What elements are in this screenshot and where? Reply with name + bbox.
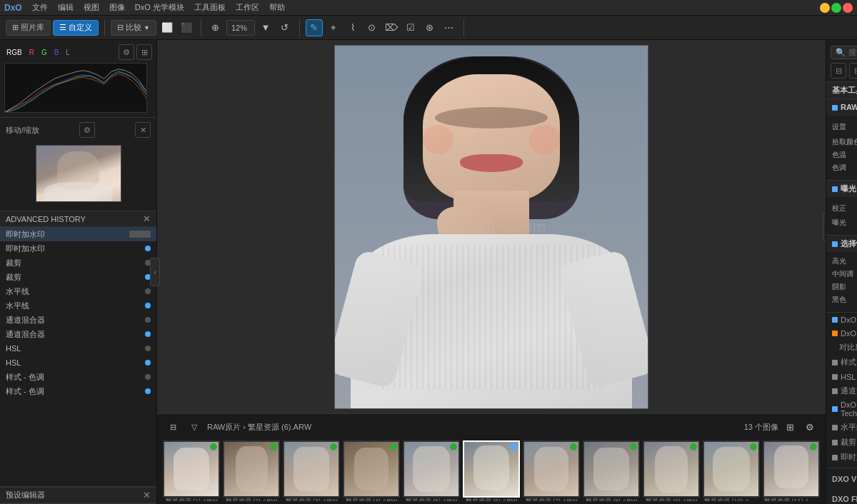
filmstrip-nav: ⊟ ▽ RAW原片 › 繁星资源 (6).ARW [164, 418, 311, 435]
history-dot-9 [145, 360, 151, 366]
menu-tools-panel[interactable]: 工具面板 [190, 1, 230, 14]
menu-file[interactable]: 文件 [28, 1, 52, 14]
thumb-1[interactable]: 繁星资源 (1).ARW [163, 440, 220, 498]
history-item-8[interactable]: HSL [0, 341, 156, 356]
right-panel-collapse-button[interactable]: › [823, 213, 826, 241]
nav-prev-button[interactable]: ⊕ [207, 19, 224, 36]
hist-tab-r[interactable]: R [27, 48, 36, 57]
history-item-7[interactable]: 通道混合器 [0, 327, 156, 341]
history-item-4[interactable]: 水平线 [0, 284, 156, 298]
thumb-9[interactable]: 繁星资源 (9).ARW [643, 440, 700, 498]
compare-button[interactable]: ⊟ 比较 ▼ [111, 20, 156, 36]
history-item-9[interactable]: HSL [0, 356, 156, 370]
panel-view-2-button[interactable]: ⊞ [849, 63, 857, 79]
style-indicator [832, 360, 838, 366]
maximize-button[interactable] [831, 3, 841, 13]
library-mode-button[interactable]: ⊞ 照片库 [6, 20, 51, 36]
search-input[interactable] [848, 48, 857, 56]
menu-view[interactable]: 视图 [79, 1, 104, 14]
history-dot-8 [145, 346, 151, 351]
hist-tab-g[interactable]: G [39, 48, 49, 57]
history-item-label-0: 即时加水印 [6, 229, 45, 240]
cursor-tool-button[interactable]: ✎ [306, 19, 323, 36]
eyedropper-tool-button[interactable]: ⊛ [421, 19, 438, 36]
horizon-title: 水平线 [841, 422, 857, 433]
zoom-dropdown-button[interactable]: ▼ [257, 19, 274, 36]
thumb-11[interactable]: 繁星资源 (11).ARW [763, 440, 820, 498]
hist-tab-b[interactable]: B [52, 48, 61, 57]
preset-close-icon[interactable]: ✕ [143, 490, 151, 500]
filmstrip-settings-button[interactable]: ⚙ [801, 418, 818, 435]
history-item-label-8: HSL [6, 344, 21, 353]
histogram-settings-button[interactable]: ⚙ [119, 44, 134, 60]
thumb-4[interactable]: 繁星资源 (4).ARW [343, 440, 400, 498]
menu-dxo-optics[interactable]: DxO 光学模块 [131, 1, 189, 14]
history-title: ADVANCED HISTORY [6, 215, 86, 223]
nav-close-icon[interactable]: ✕ [135, 122, 151, 138]
history-item-2[interactable]: 裁剪 [0, 256, 156, 270]
exposure-header[interactable]: 曝光 ☆ ? [826, 181, 857, 197]
hist-tab-rgb[interactable]: RGB [4, 48, 24, 57]
filmstrip-filter-button[interactable]: ▽ [186, 418, 203, 435]
thumb-2[interactable]: 繁星资源 (2).ARW [223, 440, 280, 498]
thumb-5[interactable]: 繁星资源 (5).ARW [403, 440, 460, 498]
retouch-tool-button[interactable]: ⌦ [383, 19, 400, 36]
filmstrip-nav-button[interactable]: ⊟ [164, 418, 181, 435]
spot-tool-button[interactable]: ⊙ [364, 19, 381, 36]
thumb-badge-5 [450, 443, 457, 450]
raw-wb-header[interactable]: RAW 白平衡 ☆ ? [826, 99, 857, 116]
history-panel: ADVANCED HISTORY ✕ 即时加水印 即时加水印 裁剪 裁剪 水平线 [0, 211, 156, 487]
thumb-10[interactable]: 繁星资源 (10).ARW [703, 440, 760, 498]
thumb-label-8: 繁星资源 (8).ARW [584, 497, 638, 501]
close-button[interactable] [843, 3, 853, 13]
minimize-button[interactable] [820, 3, 830, 13]
filmstrip-strip: 繁星资源 (1).ARW 繁星资源 (2).ARW [157, 437, 826, 501]
history-item-3[interactable]: 裁剪 [0, 270, 156, 284]
left-panel-collapse-button[interactable]: ‹ [150, 258, 160, 286]
menu-image[interactable]: 图像 [105, 1, 129, 14]
panel-view-1-button[interactable]: ⊟ [831, 63, 846, 79]
menu-edit[interactable]: 编辑 [54, 1, 78, 14]
horizon-tool-button[interactable]: ⌇ [344, 19, 361, 36]
thumb-8[interactable]: 繁星资源 (8).ARW [583, 440, 640, 498]
selective-tone-indicator [832, 241, 838, 247]
history-item-10[interactable]: 样式 - 色调 [0, 370, 156, 384]
more-tools-button[interactable]: ⋯ [441, 19, 458, 36]
crop-tool-button[interactable]: ⌖ [325, 19, 342, 36]
preset-header[interactable]: 预设编辑器 ✕ [0, 488, 156, 503]
crop-row: 裁剪 Auto ☆ ? [826, 435, 857, 450]
selective-tone-title: 选择性色调 [841, 238, 857, 249]
fit-button[interactable]: ↺ [276, 19, 294, 36]
nav-settings-icon[interactable]: ⚙ [79, 122, 95, 138]
view-single-button[interactable]: ⬜ [159, 19, 176, 36]
window-controls [820, 3, 853, 13]
horizon-row: 水平线 Auto ☆ ? [826, 420, 857, 435]
history-header[interactable]: ADVANCED HISTORY ✕ [0, 211, 156, 227]
history-item-label-6: 通道混合器 [6, 315, 45, 326]
custom-mode-button[interactable]: ☰ 自定义 [53, 20, 99, 36]
nav-preview[interactable] [36, 145, 121, 202]
raw-wb-section: RAW 白平衡 ☆ ? 设置 手动或自定义 ▼ 拾取颜色 ✎ [826, 99, 857, 181]
thumb-7[interactable]: 繁星资源 (7).ARW [523, 440, 580, 498]
hist-tab-l[interactable]: L [64, 48, 72, 57]
history-close-icon[interactable]: ✕ [143, 213, 151, 224]
exposure-indicator [832, 186, 838, 192]
history-item-6[interactable]: 通道混合器 [0, 313, 156, 327]
histogram-expand-button[interactable]: ⊞ [136, 44, 152, 60]
nav-group: ⊕ 12% ▼ ↺ [207, 19, 300, 36]
history-item-5[interactable]: 水平线 [0, 298, 156, 313]
wb-setting-label: 设置 [832, 122, 857, 132]
thumb-3[interactable]: 繁星资源 (3).ARW [283, 440, 340, 498]
menu-workspace[interactable]: 工作区 [231, 1, 264, 14]
selective-tone-header[interactable]: 选择性色调 ☆ ? [826, 236, 857, 252]
history-item-1[interactable]: 即时加水印 [0, 241, 156, 256]
filmstrip-sort-button[interactable]: ⊞ [781, 418, 798, 435]
menu-help[interactable]: 帮助 [265, 1, 289, 14]
history-item-11[interactable]: 样式 - 色调 [0, 384, 156, 398]
view-split-button[interactable]: ⬛ [178, 19, 195, 36]
hsl-row: HSL ☆ ? [826, 370, 857, 383]
history-item-0[interactable]: 即时加水印 [0, 227, 156, 241]
thumb-6[interactable]: 繁星资源 (6).ARW [463, 440, 520, 498]
thumb-badge-6 [510, 443, 517, 450]
local-adjust-button[interactable]: ☑ [402, 19, 419, 36]
